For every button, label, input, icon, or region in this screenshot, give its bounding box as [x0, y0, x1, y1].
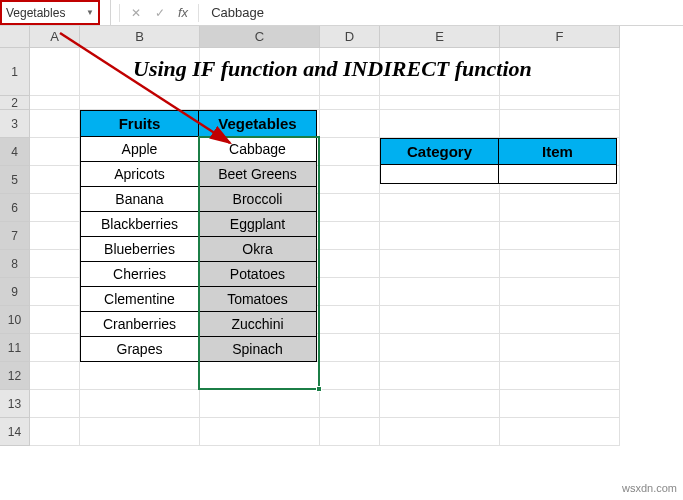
cell-fruits[interactable]: Apple [81, 137, 199, 162]
cell[interactable] [80, 362, 200, 390]
cell[interactable] [30, 194, 80, 222]
row-header-12[interactable]: 12 [0, 362, 30, 390]
cell[interactable] [380, 306, 500, 334]
cell[interactable] [380, 390, 500, 418]
cell[interactable] [320, 250, 380, 278]
cell[interactable] [30, 110, 80, 138]
cell-fruits[interactable]: Clementine [81, 287, 199, 312]
name-box-input[interactable] [6, 6, 82, 20]
cell[interactable] [200, 96, 320, 110]
cell[interactable] [380, 222, 500, 250]
cell[interactable] [30, 390, 80, 418]
cell[interactable] [30, 278, 80, 306]
cell-vegetables[interactable]: Tomatoes [199, 287, 317, 312]
confirm-icon[interactable]: ✓ [152, 6, 168, 20]
cell[interactable] [30, 306, 80, 334]
col-header-f[interactable]: F [500, 26, 620, 48]
row-header-8[interactable]: 8 [0, 250, 30, 278]
header-fruits[interactable]: Fruits [81, 111, 199, 137]
cell[interactable] [380, 362, 500, 390]
cell[interactable] [30, 48, 80, 96]
header-vegetables[interactable]: Vegetables [199, 111, 317, 137]
col-header-e[interactable]: E [380, 26, 500, 48]
cell[interactable] [200, 418, 320, 446]
header-item[interactable]: Item [499, 139, 617, 165]
row-header-11[interactable]: 11 [0, 334, 30, 362]
cell[interactable] [200, 362, 320, 390]
fx-icon[interactable]: fx [176, 5, 190, 20]
cell-item[interactable] [499, 165, 617, 184]
cell[interactable] [320, 194, 380, 222]
cell-category[interactable] [381, 165, 499, 184]
cell[interactable] [500, 250, 620, 278]
cell[interactable] [380, 250, 500, 278]
cell-vegetables[interactable]: Zucchini [199, 312, 317, 337]
col-header-b[interactable]: B [80, 26, 200, 48]
cell[interactable] [500, 362, 620, 390]
cell-vegetables[interactable]: Potatoes [199, 262, 317, 287]
cell-fruits[interactable]: Apricots [81, 162, 199, 187]
cell[interactable] [380, 418, 500, 446]
row-header-4[interactable]: 4 [0, 138, 30, 166]
cell[interactable] [380, 110, 500, 138]
cell[interactable] [80, 96, 200, 110]
cell[interactable] [30, 250, 80, 278]
cell[interactable] [500, 306, 620, 334]
formula-input[interactable] [207, 5, 407, 20]
cell[interactable] [500, 278, 620, 306]
cell-vegetables[interactable]: Beet Greens [199, 162, 317, 187]
cell[interactable] [500, 194, 620, 222]
cell[interactable] [30, 96, 80, 110]
row-header-7[interactable]: 7 [0, 222, 30, 250]
cell[interactable] [320, 166, 380, 194]
row-header-5[interactable]: 5 [0, 166, 30, 194]
cell[interactable] [500, 334, 620, 362]
cell[interactable] [500, 222, 620, 250]
cell-vegetables[interactable]: Spinach [199, 337, 317, 362]
cell[interactable] [500, 418, 620, 446]
cell-fruits[interactable]: Blackberries [81, 212, 199, 237]
cell-fruits[interactable]: Cherries [81, 262, 199, 287]
cell[interactable] [30, 418, 80, 446]
header-category[interactable]: Category [381, 139, 499, 165]
cell[interactable] [320, 138, 380, 166]
col-header-a[interactable]: A [30, 26, 80, 48]
row-header-14[interactable]: 14 [0, 418, 30, 446]
cell-vegetables[interactable]: Okra [199, 237, 317, 262]
cell[interactable] [320, 96, 380, 110]
cell[interactable] [500, 390, 620, 418]
cell[interactable] [320, 222, 380, 250]
cell[interactable] [320, 334, 380, 362]
cell[interactable] [320, 390, 380, 418]
cell[interactable] [30, 222, 80, 250]
row-header-9[interactable]: 9 [0, 278, 30, 306]
row-header-6[interactable]: 6 [0, 194, 30, 222]
cell[interactable] [30, 334, 80, 362]
col-header-d[interactable]: D [320, 26, 380, 48]
cell-fruits[interactable]: Blueberries [81, 237, 199, 262]
row-header-13[interactable]: 13 [0, 390, 30, 418]
cell-vegetables[interactable]: Cabbage [199, 137, 317, 162]
col-header-c[interactable]: C [200, 26, 320, 48]
select-all-corner[interactable] [0, 26, 30, 48]
row-header-1[interactable]: 1 [0, 48, 30, 96]
cell[interactable] [380, 194, 500, 222]
row-header-3[interactable]: 3 [0, 110, 30, 138]
cell[interactable] [320, 418, 380, 446]
cell[interactable] [320, 278, 380, 306]
cell[interactable] [30, 362, 80, 390]
cell[interactable] [320, 110, 380, 138]
cell[interactable] [80, 418, 200, 446]
cell[interactable] [500, 96, 620, 110]
cell[interactable] [30, 166, 80, 194]
name-box-dropdown-icon[interactable]: ▼ [86, 8, 94, 17]
cell-vegetables[interactable]: Broccoli [199, 187, 317, 212]
cancel-icon[interactable]: ✕ [128, 6, 144, 20]
cell[interactable] [80, 390, 200, 418]
cell[interactable] [380, 334, 500, 362]
cell[interactable] [380, 278, 500, 306]
cell[interactable] [320, 362, 380, 390]
cell-fruits[interactable]: Banana [81, 187, 199, 212]
cell-fruits[interactable]: Grapes [81, 337, 199, 362]
cell[interactable] [500, 110, 620, 138]
